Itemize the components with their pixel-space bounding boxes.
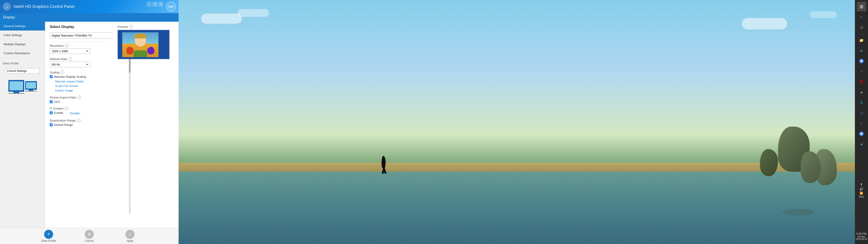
default-range-checkbox[interactable] xyxy=(50,123,53,126)
tray-language-icon[interactable]: ENG xyxy=(859,196,864,198)
scale-full-screen-link[interactable]: Scale Full Screen xyxy=(55,84,78,88)
taskbar-check2[interactable]: ✓ xyxy=(857,119,866,128)
it-content-info-icon[interactable]: i xyxy=(65,106,68,110)
panel-content: General Settings Color Settings Multiple… xyxy=(0,22,179,228)
taskbar-icon8[interactable]: ◈ xyxy=(857,87,866,97)
intel-panel: ⌂ Intel® HD Graphics Control Panel – ❐ ✕… xyxy=(0,0,179,244)
taskbar: ⊞ ○ ❑ 📁 e ✓ N ◈ S ❑ ✓ ◈ ⬆ 🔊 📶 ENG 8:30 P… xyxy=(855,0,868,244)
desktop xyxy=(179,0,855,244)
beach-sand xyxy=(179,163,855,172)
preview-box xyxy=(118,30,169,59)
refresh-rate-row: Refresh Rate i 60i Hz xyxy=(50,57,108,67)
close-button[interactable]: ✕ xyxy=(158,2,163,7)
maintain-display-scaling-label: Maintain Display Scaling xyxy=(54,75,86,79)
default-range-label: Default Range xyxy=(54,123,73,126)
quantization-range-info-icon[interactable]: i xyxy=(77,119,81,122)
taskbar-start-button[interactable]: ⊞ xyxy=(857,2,866,11)
refresh-rate-info-icon[interactable]: i xyxy=(68,57,72,61)
picture-aspect-ratio-info-icon[interactable]: i xyxy=(78,96,81,99)
preview-section: Preview i xyxy=(113,22,179,228)
cancel-button[interactable]: ✕ Cancel xyxy=(69,228,110,244)
runner-silhouette xyxy=(381,156,385,168)
picture-aspect-ratio-row: Picture Aspect Ratio i 16:9 xyxy=(50,96,108,103)
resolution-dropdown[interactable]: 1920 x 1080 xyxy=(50,48,90,54)
taskbar-taskview-button[interactable]: ❑ xyxy=(857,23,866,32)
picture-aspect-ratio-label: Picture Aspect Ratio xyxy=(50,96,76,99)
it-content-label: IT Content xyxy=(50,107,63,110)
preview-label: Preview xyxy=(118,25,128,28)
taskbar-icon9[interactable]: ❑ xyxy=(857,108,866,118)
maintain-display-scaling-checkbox[interactable] xyxy=(50,75,53,78)
select-profile-label: Select Profile xyxy=(0,60,45,66)
minimize-button[interactable]: – xyxy=(147,2,151,7)
save-profile-button[interactable]: + Save Profile xyxy=(28,228,69,244)
cloud-2 xyxy=(237,9,269,17)
cloud-4 xyxy=(810,11,837,18)
sidebar-item-color-settings[interactable]: Color Settings xyxy=(0,31,45,40)
it-disable-link[interactable]: Disable xyxy=(70,112,80,115)
taskbar-skype[interactable]: S xyxy=(857,98,866,107)
default-range-row: Default Range xyxy=(50,123,108,126)
quantization-range-row: Quantization Range i Default Range xyxy=(50,119,108,126)
profile-dropdown[interactable]: Current Settings xyxy=(5,68,39,74)
tray-arrow-icon[interactable]: ⬆ xyxy=(860,183,863,186)
taskbar-netflix[interactable]: N xyxy=(857,77,866,87)
monitor-small-icon xyxy=(25,81,37,90)
water xyxy=(179,170,855,244)
resolution-info-icon[interactable]: i xyxy=(65,44,68,48)
preview-label-row: Preview i xyxy=(118,25,174,28)
select-display-row: Select Display Digital Television TOSHIB… xyxy=(50,25,108,39)
intel-logo: intel xyxy=(166,2,176,11)
restore-button[interactable]: ❐ xyxy=(152,2,157,7)
cloud-1 xyxy=(201,13,242,24)
cloud-3 xyxy=(742,18,787,29)
panel-title: Intel® HD Graphics Control Panel xyxy=(13,4,74,9)
rock-reflection xyxy=(782,209,814,216)
taskbar-chrome[interactable] xyxy=(857,56,866,66)
section-title: Display xyxy=(3,16,15,20)
preview-info-icon[interactable]: i xyxy=(129,25,133,28)
center-image-link-row: Center Image xyxy=(55,88,108,92)
monitor-big-icon xyxy=(8,80,24,92)
quantization-range-label: Quantization Range xyxy=(50,119,76,122)
panel-main: Select Display Digital Television TOSHIB… xyxy=(45,22,179,228)
sidebar-item-general-settings[interactable]: General Settings xyxy=(0,22,45,31)
it-content-row: IT Content i Enable Disable xyxy=(50,106,108,116)
sidebar-item-custom-resolutions[interactable]: Custom Resolutions xyxy=(0,49,45,58)
taskbar-day: Sunday xyxy=(856,236,867,238)
home-button[interactable]: ⌂ xyxy=(3,2,11,11)
taskbar-search-button[interactable]: ○ xyxy=(857,12,866,22)
refresh-rate-label: Refresh Rate xyxy=(50,57,67,61)
scaling-info-icon[interactable]: i xyxy=(61,70,64,74)
taskbar-edge[interactable]: e xyxy=(857,46,866,55)
it-enable-checkbox[interactable] xyxy=(50,111,53,114)
window-controls: – ❐ ✕ xyxy=(147,2,163,7)
taskbar-chrome2[interactable] xyxy=(857,129,866,139)
display-select-dropdown[interactable]: Digital Television TOSHIBA-TV xyxy=(50,33,113,39)
it-enable-row: Enable xyxy=(50,111,63,115)
scaling-label: Scaling xyxy=(50,71,59,74)
aspect-ratio-169-checkbox[interactable] xyxy=(50,100,53,103)
maintain-aspect-ratio-link[interactable]: Maintain Aspect Ratio xyxy=(55,80,84,83)
taskbar-check1[interactable]: ✓ xyxy=(857,67,866,76)
taskbar-clock[interactable]: 8:30 PM Sunday 2018-09-02 xyxy=(856,232,867,242)
refresh-rate-dropdown[interactable]: 60i Hz xyxy=(50,62,90,67)
cancel-label: Cancel xyxy=(85,239,93,242)
center-image-link[interactable]: Center Image xyxy=(55,89,73,92)
wallpaper xyxy=(179,0,855,244)
it-enable-label: Enable xyxy=(54,111,63,115)
apply-button[interactable]: ✓ Apply xyxy=(110,228,150,244)
resolution-row: Resolution i 1920 x 1080 xyxy=(50,44,108,54)
bottom-bar: + Save Profile ✕ Cancel ✓ Apply xyxy=(0,228,179,244)
tray-network-icon[interactable]: 📶 xyxy=(860,191,863,195)
tray-sound-icon[interactable]: 🔊 xyxy=(860,187,863,191)
taskbar-file-explorer[interactable]: 📁 xyxy=(857,35,866,45)
maintain-display-scaling-row: Maintain Display Scaling xyxy=(50,75,108,79)
scaling-row: Scaling i Maintain Display Scaling Maint… xyxy=(50,70,108,92)
save-profile-icon: + xyxy=(44,230,53,239)
sidebar-item-multiple-displays[interactable]: Multiple Displays xyxy=(0,40,45,49)
taskbar-icon10[interactable]: ◈ xyxy=(857,140,866,149)
select-display-label: Select Display xyxy=(50,25,74,29)
preview-child-illustration xyxy=(122,32,158,57)
save-profile-label: Save Profile xyxy=(41,239,56,242)
